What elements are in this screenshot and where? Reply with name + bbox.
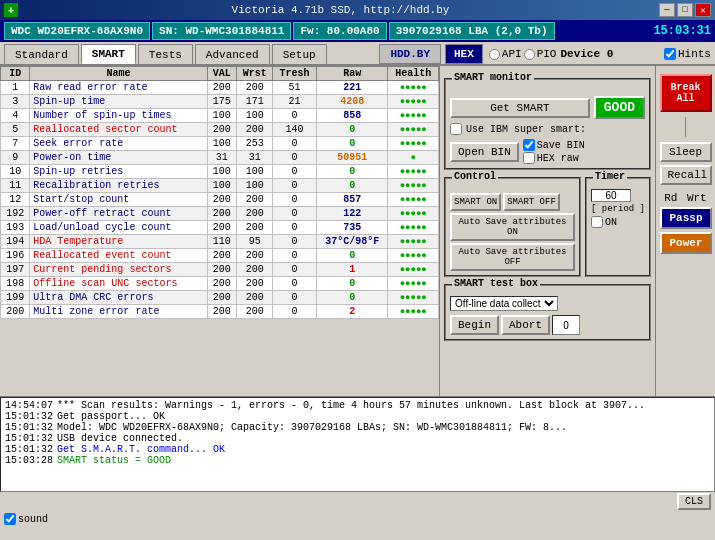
table-cell-id: 193 (1, 221, 30, 235)
log-line: 14:54:07*** Scan results: Warnings - 1, … (5, 400, 710, 411)
smart-test-box: SMART test box Off-line data collect Beg… (444, 284, 651, 341)
table-cell-id: 10 (1, 165, 30, 179)
table-cell-name: Offline scan UNC sectors (30, 277, 207, 291)
table-cell-id: 198 (1, 277, 30, 291)
log-message: Get passport... OK (57, 411, 165, 422)
col-name: Name (30, 67, 207, 81)
table-cell-health: ●●●●● (388, 109, 439, 123)
log-line: 15:01:32Get passport... OK (5, 411, 710, 422)
hex-raw-checkbox[interactable] (523, 152, 535, 164)
table-cell-wrst: 200 (237, 249, 273, 263)
table-cell-wrst: 171 (237, 95, 273, 109)
tab-advanced[interactable]: Advanced (195, 44, 270, 64)
auto-save-off-button[interactable]: Auto Save attributes OFF (450, 243, 575, 271)
table-cell-val: 110 (207, 235, 236, 249)
table-cell-wrst: 200 (237, 207, 273, 221)
table-cell-health: ●●●●● (388, 305, 439, 319)
control-box: Control SMART ON SMART OFF Auto Save att… (444, 177, 581, 277)
table-cell-raw: 221 (316, 81, 388, 95)
table-cell-tresh: 0 (273, 249, 316, 263)
table-cell-name: Power-off retract count (30, 207, 207, 221)
table-cell-val: 200 (207, 305, 236, 319)
table-cell-wrst: 200 (237, 123, 273, 137)
rd-label: Rd (664, 192, 677, 204)
sleep-button[interactable]: Sleep (660, 142, 712, 162)
fw-info: Fw: 80.00A80 (293, 22, 386, 40)
table-cell-name: Spin-up time (30, 95, 207, 109)
table-cell-tresh: 0 (273, 263, 316, 277)
main-content: ID Name VAL Wrst Tresh Raw Health 1 Raw … (0, 66, 715, 396)
table-cell-wrst: 200 (237, 291, 273, 305)
table-cell-wrst: 31 (237, 151, 273, 165)
tab-hddby[interactable]: HDD.BY (379, 44, 441, 64)
table-cell-name: Number of spin-up times (30, 109, 207, 123)
abort-button[interactable]: Abort (501, 315, 550, 335)
table-cell-id: 5 (1, 123, 30, 137)
maximize-button[interactable]: □ (677, 3, 693, 17)
period-label: [ period ] (591, 204, 645, 214)
table-cell-id: 197 (1, 263, 30, 277)
test-input[interactable] (552, 315, 580, 335)
table-cell-name: HDA Temperature (30, 235, 207, 249)
table-cell-raw: 0 (316, 249, 388, 263)
power-button[interactable]: Power (660, 232, 712, 254)
table-cell-name: Reallocated sector count (30, 123, 207, 137)
col-val: VAL (207, 67, 236, 81)
table-cell-health: ●●●●● (388, 179, 439, 193)
begin-button[interactable]: Begin (450, 315, 499, 335)
good-status-button[interactable]: GOOD (594, 96, 645, 119)
tab-hex[interactable]: HEX (445, 44, 483, 64)
table-cell-health: ●●●●● (388, 249, 439, 263)
table-cell-name: Multi zone error rate (30, 305, 207, 319)
table-cell-tresh: 0 (273, 193, 316, 207)
log-timestamp: 15:01:32 (5, 411, 53, 422)
minimize-button[interactable]: ─ (659, 3, 675, 17)
log-line: 15:01:32Model: WDC WD20EFRX-68AX9N0; Cap… (5, 422, 710, 433)
time-display: 15:03:31 (653, 24, 711, 38)
smart-on-button[interactable]: SMART ON (450, 193, 501, 211)
title-bar: + Victoria 4.71b SSD, http://hdd.by ─ □ … (0, 0, 715, 20)
break-all-button[interactable]: BreakAll (660, 74, 712, 112)
sound-checkbox[interactable] (4, 513, 16, 525)
table-cell-id: 11 (1, 179, 30, 193)
table-cell-wrst: 200 (237, 81, 273, 95)
open-bin-button[interactable]: Open BIN (450, 142, 519, 162)
ibm-checkbox[interactable] (450, 123, 462, 135)
smart-off-button[interactable]: SMART OFF (503, 193, 560, 211)
table-cell-health: ● (388, 151, 439, 165)
api-radio[interactable] (489, 49, 500, 60)
table-cell-name: Spin-up retries (30, 165, 207, 179)
passp-button[interactable]: Passp (660, 207, 712, 229)
recall-button[interactable]: Recall (660, 165, 712, 185)
tab-smart[interactable]: SMART (81, 44, 136, 64)
timer-input[interactable] (591, 189, 631, 202)
table-cell-val: 31 (207, 151, 236, 165)
table-cell-val: 100 (207, 179, 236, 193)
timer-on-checkbox[interactable] (591, 216, 603, 228)
hints-checkbox[interactable] (664, 48, 676, 60)
cls-button[interactable]: CLS (677, 493, 711, 510)
close-button[interactable]: ✕ (695, 3, 711, 17)
table-cell-wrst: 200 (237, 277, 273, 291)
pio-radio[interactable] (524, 49, 535, 60)
table-cell-health: ●●●●● (388, 277, 439, 291)
table-cell-val: 100 (207, 137, 236, 151)
test-select[interactable]: Off-line data collect (450, 296, 558, 311)
get-smart-button[interactable]: Get SMART (450, 98, 590, 118)
table-cell-wrst: 200 (237, 221, 273, 235)
tab-tests[interactable]: Tests (138, 44, 193, 64)
table-cell-health: ●●●●● (388, 291, 439, 305)
table-cell-tresh: 0 (273, 165, 316, 179)
save-bin-checkbox[interactable] (523, 139, 535, 151)
table-cell-tresh: 51 (273, 81, 316, 95)
table-cell-name: Seek error rate (30, 137, 207, 151)
svg-text:+: + (8, 6, 14, 17)
hex-raw-label: HEX raw (537, 153, 579, 164)
smart-monitor-title: SMART monitor (452, 72, 534, 83)
tab-setup[interactable]: Setup (272, 44, 327, 64)
auto-save-on-button[interactable]: Auto Save attributes ON (450, 213, 575, 241)
table-cell-id: 4 (1, 109, 30, 123)
tab-standard[interactable]: Standard (4, 44, 79, 64)
model-info: WDC WD20EFRX-68AX9N0 (4, 22, 150, 40)
title-text: Victoria 4.71b SSD, http://hdd.by (22, 4, 659, 16)
